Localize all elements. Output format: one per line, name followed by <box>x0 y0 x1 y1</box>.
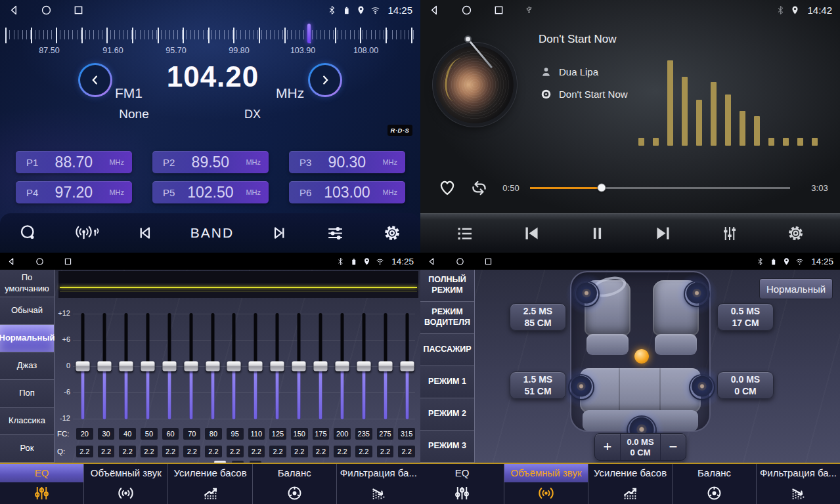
scan-button[interactable] <box>18 223 38 243</box>
previous-track-button[interactable] <box>521 223 542 243</box>
eq-sliders-icon <box>453 482 471 504</box>
frequency-scale[interactable]: 87.50 91.60 95.70 99.80 103.90 108.00 <box>0 21 420 59</box>
q-value: 2.2 <box>355 446 372 457</box>
recents-icon[interactable] <box>483 257 493 266</box>
fc-value: 70 <box>183 428 200 440</box>
eq-preset-rock[interactable]: Рок <box>0 435 54 463</box>
mode-full[interactable]: ПОЛНЫЙ РЕЖИМ <box>420 270 474 302</box>
eq-band-slider[interactable] <box>356 313 372 419</box>
eq-band-slider[interactable] <box>183 313 199 419</box>
listening-position-marker[interactable] <box>634 349 649 364</box>
tab-balance[interactable]: Баланс <box>252 464 336 504</box>
eq-band-slider[interactable] <box>140 313 156 419</box>
eq-sliders-icon <box>33 482 51 504</box>
tab-surround[interactable]: Объёмный звук <box>83 464 167 504</box>
tab-eq[interactable]: EQ <box>420 464 504 504</box>
recents-icon[interactable] <box>72 4 85 16</box>
eq-preset-normal[interactable]: Нормальный <box>0 325 54 352</box>
tab-eq[interactable]: EQ <box>0 464 83 504</box>
tab-bass-boost[interactable]: Усиление басов <box>588 464 672 504</box>
eq-band-slider[interactable] <box>75 313 91 419</box>
preset-button-p3[interactable]: P390.30MHz <box>289 151 405 173</box>
preset-button-p5[interactable]: P5102.50MHz <box>152 181 269 203</box>
eq-band-slider[interactable] <box>399 313 415 419</box>
current-frequency: 104.20 <box>156 60 269 93</box>
tab-bass-boost[interactable]: Усиление басов <box>167 464 252 504</box>
next-track-button[interactable] <box>653 223 673 243</box>
eq-preset-classic[interactable]: Классика <box>0 408 54 435</box>
band-button[interactable]: BAND <box>190 225 234 241</box>
eq-band-slider[interactable] <box>334 313 350 419</box>
preset-button-p4[interactable]: P497.20MHz <box>16 181 132 203</box>
broadcast-button[interactable] <box>75 223 99 243</box>
mode-driver[interactable]: РЕЖИМ ВОДИТЕЛЯ <box>420 302 474 334</box>
preset-button-p1[interactable]: P188.70MHz <box>16 151 132 173</box>
eq-band-slider[interactable] <box>291 313 307 419</box>
eq-band-slider[interactable] <box>162 313 177 419</box>
delay-decrease-button[interactable]: − <box>661 434 686 460</box>
pause-button[interactable] <box>588 224 606 242</box>
eq-band-slider[interactable] <box>226 313 242 419</box>
tab-filter[interactable]: Фильтрация ба... <box>756 464 840 504</box>
equalizer-button[interactable] <box>720 224 740 243</box>
back-icon[interactable] <box>8 4 20 16</box>
eq-band-slider[interactable] <box>118 313 134 419</box>
delay-increase-button[interactable]: + <box>595 434 620 460</box>
favorite-button[interactable] <box>437 178 457 198</box>
rear-left-delay-button[interactable]: 1.5 MS51 CM <box>510 371 566 399</box>
settings-button[interactable] <box>786 224 805 243</box>
back-icon[interactable] <box>7 257 16 266</box>
eq-band-sliders <box>75 313 415 419</box>
tab-filter[interactable]: Фильтрация ба... <box>336 464 420 504</box>
mode-2[interactable]: РЕЖИМ 2 <box>420 398 474 430</box>
spectrum-bar <box>682 77 688 146</box>
home-icon[interactable] <box>460 4 473 16</box>
repeat-button[interactable] <box>469 178 489 198</box>
mode-3[interactable]: РЕЖИМ 3 <box>420 430 474 463</box>
bluetooth-icon <box>756 257 764 266</box>
preset-button-p2[interactable]: P289.50MHz <box>152 151 269 173</box>
mode-1[interactable]: РЕЖИМ 1 <box>420 366 474 398</box>
spectrum-bar <box>725 94 731 146</box>
eq-band-slider[interactable] <box>205 313 221 419</box>
tab-surround[interactable]: Объёмный звук <box>504 464 588 504</box>
q-value: 2.2 <box>141 446 158 457</box>
eq-band-slider[interactable] <box>97 313 112 419</box>
eq-preset-custom[interactable]: Обычай <box>0 297 54 325</box>
home-icon[interactable] <box>35 257 45 266</box>
eq-preset-jazz[interactable]: Джаз <box>0 352 54 380</box>
artist-name: Dua Lipa <box>559 66 598 77</box>
settings-button[interactable] <box>382 223 402 243</box>
recents-icon[interactable] <box>493 4 505 16</box>
q-value: 2.2 <box>205 446 222 457</box>
preset-button-p6[interactable]: P6103.00MHz <box>289 181 405 203</box>
previous-station-button[interactable] <box>135 224 154 242</box>
seek-bar-thumb[interactable] <box>597 184 606 192</box>
playlist-button[interactable] <box>455 224 475 243</box>
front-left-delay-button[interactable]: 2.5 MS85 CM <box>510 303 566 331</box>
tune-down-button[interactable] <box>78 63 112 97</box>
tune-up-button[interactable] <box>308 63 342 97</box>
eq-band-slider[interactable] <box>378 313 393 419</box>
eq-band-slider[interactable] <box>269 313 285 419</box>
tuning-needle[interactable] <box>307 24 311 43</box>
tab-balance[interactable]: Баланс <box>672 464 756 504</box>
seek-bar[interactable] <box>530 187 790 189</box>
rear-right-delay-button[interactable]: 0.0 MS0 CM <box>717 371 774 399</box>
eq-preset-default[interactable]: По умолчанию <box>0 270 54 297</box>
sound-preset-button[interactable]: Нормальный <box>759 278 833 299</box>
home-icon[interactable] <box>455 257 465 266</box>
recents-icon[interactable] <box>63 257 73 266</box>
home-icon[interactable] <box>40 4 53 16</box>
surround-sound-icon <box>117 482 135 504</box>
mode-passenger[interactable]: ПАССАЖИР <box>420 334 474 366</box>
fc-value: 235 <box>355 428 372 440</box>
eq-preset-pop[interactable]: Поп <box>0 380 54 408</box>
audio-settings-button[interactable] <box>325 223 345 243</box>
back-icon[interactable] <box>427 257 437 266</box>
next-station-button[interactable] <box>271 224 289 242</box>
back-icon[interactable] <box>428 4 441 16</box>
front-right-delay-button[interactable]: 0.5 MS17 CM <box>717 303 774 331</box>
eq-band-slider[interactable] <box>313 313 328 419</box>
eq-band-slider[interactable] <box>248 313 263 419</box>
